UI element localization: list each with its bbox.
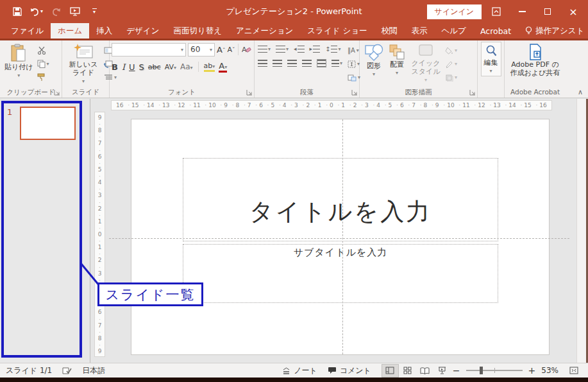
- tab-view[interactable]: 表示: [405, 23, 435, 39]
- line-spacing-button[interactable]: ↕▾: [324, 45, 342, 53]
- vertical-scrollbar[interactable]: [576, 99, 586, 363]
- justify-button[interactable]: [301, 59, 313, 67]
- language-indicator[interactable]: 日本語: [82, 365, 105, 376]
- slide-canvas[interactable]: タイトルを入力 サブタイトルを入力: [131, 119, 550, 355]
- zoom-slider-thumb[interactable]: [480, 367, 483, 374]
- distribute-button[interactable]: [315, 58, 328, 68]
- editing-button[interactable]: 編集 ▾: [481, 42, 501, 76]
- shape-effects-button[interactable]: ▾: [445, 72, 457, 83]
- font-dialog-launcher[interactable]: [246, 89, 253, 96]
- shapes-button[interactable]: 図形 ▾: [362, 42, 386, 79]
- font-size-combo[interactable]: 60 ▾: [188, 43, 215, 56]
- increase-indent-button[interactable]: ▸: [308, 45, 322, 53]
- tab-file[interactable]: ファイル: [4, 23, 51, 39]
- character-spacing-button[interactable]: AV▾: [165, 63, 176, 71]
- maximize-button[interactable]: [537, 3, 559, 21]
- ribbon-display-options-button[interactable]: [485, 3, 507, 21]
- slide-thumbnail[interactable]: [20, 107, 76, 140]
- cut-button[interactable]: [37, 45, 49, 56]
- slide-sorter-view-button[interactable]: [399, 364, 416, 378]
- font-name-combo[interactable]: ▾: [112, 43, 186, 56]
- paste-button[interactable]: 貼り付け ▾: [2, 42, 36, 80]
- increase-font-size-button[interactable]: Aˆ: [217, 45, 225, 55]
- tab-tell-me[interactable]: 操作アシスト: [518, 23, 588, 39]
- sign-in-button[interactable]: サインイン: [427, 4, 482, 19]
- tab-insert[interactable]: 挿入: [89, 23, 119, 39]
- tab-acrobat[interactable]: Acrobat: [473, 23, 518, 39]
- underline-button[interactable]: U: [129, 62, 135, 72]
- shape-outline-button[interactable]: ▾: [445, 58, 457, 69]
- zoom-in-button[interactable]: +: [526, 365, 538, 376]
- normal-view-button[interactable]: [382, 364, 399, 378]
- format-painter-button[interactable]: [37, 72, 49, 83]
- change-case-button[interactable]: Aa▾: [180, 62, 193, 71]
- notes-button[interactable]: ノート: [282, 365, 317, 376]
- bold-button[interactable]: B: [112, 62, 118, 72]
- align-right-button[interactable]: [286, 59, 298, 67]
- text-shadow-button[interactable]: S: [139, 62, 144, 72]
- customize-qat-button[interactable]: ▾: [86, 4, 103, 19]
- redo-button[interactable]: [47, 4, 64, 19]
- clear-formatting-button[interactable]: A: [242, 45, 251, 54]
- undo-button[interactable]: ▾: [28, 4, 45, 19]
- tab-transitions[interactable]: 画面切り替え: [166, 23, 229, 39]
- ruler-number: 6: [396, 102, 404, 109]
- start-from-beginning-button[interactable]: [67, 4, 83, 19]
- annotation-label: スライド一覧: [106, 286, 196, 304]
- collapse-ribbon-button[interactable]: ∧: [578, 88, 583, 96]
- align-center-button[interactable]: [271, 59, 283, 67]
- align-left-button[interactable]: [256, 59, 269, 67]
- tab-design[interactable]: デザイン: [119, 23, 166, 39]
- font-size-value: 60: [190, 45, 200, 54]
- numbering-button[interactable]: ▾: [274, 45, 290, 53]
- tab-review[interactable]: 校閲: [374, 23, 405, 39]
- clipboard-dialog-launcher[interactable]: [54, 89, 60, 96]
- vertical-ruler: 9876543210123456789: [94, 112, 105, 357]
- tab-home[interactable]: ホーム: [51, 23, 89, 39]
- paragraph-dialog-launcher[interactable]: [351, 89, 358, 96]
- highlight-color-button[interactable]: ab▾: [204, 62, 215, 72]
- close-button[interactable]: ×: [562, 3, 584, 21]
- tab-slideshow[interactable]: スライド ショー: [300, 23, 374, 39]
- zoom-slider[interactable]: [466, 370, 523, 371]
- new-slide-button[interactable]: 新しいスライド ▾: [64, 42, 103, 86]
- reading-view-button[interactable]: [416, 364, 433, 378]
- title-placeholder[interactable]: タイトルを入力: [183, 158, 498, 241]
- drawing-dialog-launcher[interactable]: [469, 89, 476, 96]
- comments-button[interactable]: コメント: [328, 365, 371, 376]
- text-direction-button[interactable]: ‖A▾: [348, 45, 360, 56]
- font-color-button[interactable]: A▾: [219, 61, 227, 73]
- fit-slide-to-window-button[interactable]: [565, 364, 582, 378]
- quick-styles-button[interactable]: クイック スタイル ▾: [408, 42, 444, 85]
- arrange-button[interactable]: 配置 ▾: [386, 42, 408, 78]
- decrease-font-size-button[interactable]: Aˇ: [227, 46, 235, 54]
- minimize-icon: [519, 11, 526, 12]
- panel-splitter[interactable]: [90, 99, 90, 363]
- align-text-button[interactable]: ▾: [348, 58, 360, 69]
- numbering-icon: [276, 46, 285, 53]
- ruler-number: 9: [98, 114, 102, 121]
- italic-button[interactable]: I: [122, 62, 125, 72]
- spell-check-button[interactable]: [62, 367, 72, 375]
- convert-smartart-button[interactable]: ▾: [348, 72, 360, 83]
- minimize-button[interactable]: [511, 3, 533, 21]
- subtitle-placeholder[interactable]: サブタイトルを入力: [183, 244, 498, 303]
- adobe-pdf-button[interactable]: Adobe PDF の 作成および共有: [505, 42, 566, 78]
- slide-thumbnail-panel[interactable]: 1: [0, 99, 90, 363]
- columns-button[interactable]: ▾: [330, 59, 344, 67]
- tab-animations[interactable]: アニメーション: [229, 23, 300, 39]
- slideshow-view-button[interactable]: [433, 364, 451, 378]
- ruler-number: 0: [326, 102, 333, 109]
- shape-fill-button[interactable]: ▾: [445, 45, 457, 56]
- zoom-level[interactable]: 53%: [541, 366, 559, 375]
- zoom-out-button[interactable]: −: [451, 365, 462, 376]
- bullets-button[interactable]: ▾: [256, 45, 272, 53]
- ruler-number: 7: [98, 135, 102, 146]
- comments-label: コメント: [340, 365, 371, 376]
- save-button[interactable]: [9, 4, 26, 19]
- tab-help[interactable]: ヘルプ: [435, 23, 473, 39]
- decrease-indent-button[interactable]: ◂: [292, 45, 306, 53]
- strikethrough-button[interactable]: abc: [148, 63, 161, 71]
- copy-button[interactable]: ▾: [37, 58, 49, 69]
- ruler-number: 3: [98, 187, 102, 198]
